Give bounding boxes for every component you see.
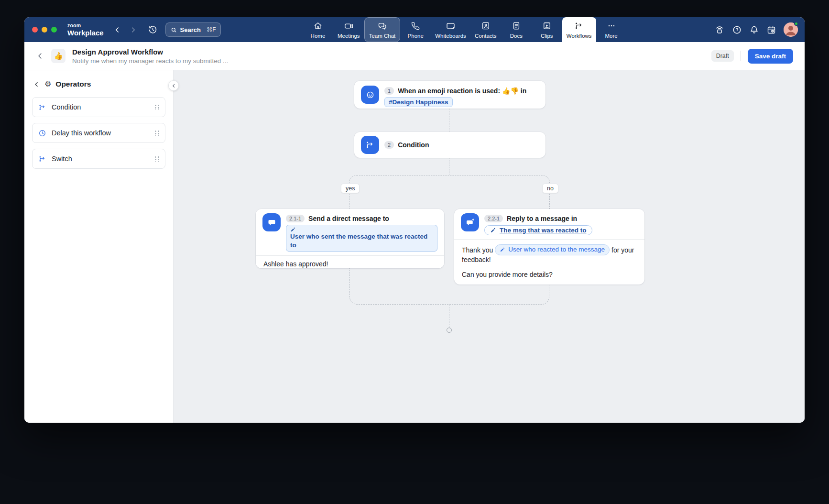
status-badge: Draft (711, 50, 734, 62)
clock-icon (38, 129, 46, 137)
workflow-title-block: Design Approval Workflow Notify me when … (72, 48, 228, 65)
tab-team-chat[interactable]: Team Chat (364, 17, 401, 42)
channel-chip[interactable]: #Design Happiness (384, 97, 453, 107)
gear-icon: ⚙ (44, 80, 51, 88)
tab-more[interactable]: More (596, 17, 627, 42)
step-badge: 2 (384, 141, 394, 149)
main-nav-tabs: Home Meetings Team Chat Phone (303, 17, 627, 42)
close-window-button[interactable] (32, 27, 38, 33)
history-icon[interactable] (148, 25, 158, 35)
trigger-title: When an emoji reaction is used: 👍👎 in (398, 87, 526, 95)
avatar[interactable] (784, 22, 798, 37)
collapse-panel-button[interactable] (168, 80, 179, 91)
notifications-icon[interactable] (749, 25, 759, 35)
tab-clips[interactable]: Clips (532, 17, 562, 42)
reply-title: Reply to a message in (507, 215, 577, 222)
presence-dot (794, 22, 798, 26)
send-dm-node[interactable]: 2.1-1 Send a direct message to User who … (256, 209, 444, 268)
search-input[interactable]: Search ⌘F (165, 22, 221, 37)
fullscreen-window-button[interactable] (51, 27, 57, 33)
drag-handle-icon[interactable] (155, 104, 159, 110)
search-shortcut: ⌘F (207, 26, 216, 33)
calendar-icon[interactable] (766, 25, 776, 35)
phone-icon (411, 21, 420, 31)
drag-handle-icon[interactable] (155, 155, 159, 162)
tab-contacts[interactable]: Contacts (470, 17, 501, 42)
operator-switch[interactable]: Switch (32, 149, 165, 169)
workflow-title[interactable]: Design Approval Workflow (72, 48, 228, 56)
branch-merge-connector (349, 268, 449, 305)
workflow-emoji-badge: 👍 (51, 49, 65, 63)
whiteboards-icon (446, 21, 456, 31)
workflow-header: 👍 Design Approval Workflow Notify me whe… (24, 42, 805, 70)
reaction-emojis: 👍👎 (502, 87, 519, 95)
condition-icon (361, 136, 379, 154)
condition-node[interactable]: 2 Condition (354, 132, 545, 158)
reply-node[interactable]: 2.2-1 Reply to a message in The msg that… (454, 209, 644, 285)
reply-question-text: Can you provide more details? (462, 270, 637, 279)
back-icon[interactable] (113, 26, 121, 34)
operator-delay[interactable]: Delay this workflow (32, 123, 165, 143)
docs-icon (512, 21, 521, 31)
branch-label-yes: yes (341, 184, 360, 193)
divider (741, 51, 741, 61)
chat-message-icon (262, 213, 281, 231)
companion-device-icon[interactable] (714, 24, 725, 35)
operators-panel: ⚙ Operators Condition Delay this workflo… (24, 70, 174, 423)
dm-message-text[interactable]: Ashlee has approved! (256, 256, 444, 272)
workflows-icon (574, 21, 584, 31)
panel-title: Operators (55, 80, 91, 88)
tab-meetings[interactable]: Meetings (333, 17, 364, 42)
meetings-icon (344, 21, 354, 31)
branch-split-connector (349, 175, 550, 209)
branch-icon (38, 103, 46, 111)
titlebar: zoom Workplace Search ⌘F (24, 17, 805, 42)
step-badge: 2.1-1 (286, 215, 305, 222)
branch-icon (38, 155, 46, 163)
minimize-window-button[interactable] (42, 27, 47, 33)
save-draft-button[interactable]: Save draft (748, 49, 793, 64)
emoji-reaction-icon (361, 86, 379, 104)
dm-recipient-chip[interactable]: User who sent the message that was react… (286, 225, 437, 252)
zoom-workplace-logo: zoom Workplace (67, 23, 104, 36)
back-to-workflows-icon[interactable] (36, 52, 44, 60)
connector (449, 305, 449, 328)
connector (449, 158, 449, 175)
workflow-endpoint[interactable] (447, 328, 452, 333)
forward-icon[interactable] (129, 26, 137, 34)
clips-icon (542, 21, 552, 31)
workflow-canvas[interactable]: yes no 1 When an emoji reaction is used:… (174, 70, 805, 423)
step-badge: 1 (384, 87, 394, 95)
condition-title: Condition (398, 141, 429, 149)
reply-message-text[interactable]: Thank you User who reacted to the messag… (454, 240, 644, 285)
tab-workflows[interactable]: Workflows (562, 17, 596, 42)
reply-target-chip[interactable]: The msg that was reacted to (484, 225, 592, 235)
branch-label-no: no (542, 184, 558, 193)
team-chat-icon (377, 21, 387, 31)
branch-merge-connector (449, 285, 549, 305)
operator-label: Condition (52, 103, 81, 111)
operator-label: Switch (52, 155, 72, 163)
search-icon (170, 26, 177, 33)
panel-back-icon[interactable] (33, 81, 40, 88)
more-icon (607, 21, 616, 31)
search-label: Search (180, 26, 201, 33)
operator-condition[interactable]: Condition (32, 97, 165, 117)
drag-handle-icon[interactable] (155, 130, 159, 136)
chat-reply-icon (461, 213, 479, 231)
tab-phone[interactable]: Phone (400, 17, 431, 42)
home-icon (313, 21, 323, 31)
tab-home[interactable]: Home (303, 17, 333, 42)
step-badge: 2.2-1 (484, 215, 503, 222)
tab-whiteboards[interactable]: Whiteboards (431, 17, 470, 42)
trigger-node[interactable]: 1 When an emoji reaction is used: 👍👎 in … (354, 81, 545, 109)
workflow-subtitle[interactable]: Notify me when my manager reacts to my s… (72, 57, 228, 65)
tab-docs[interactable]: Docs (501, 17, 532, 42)
help-icon[interactable] (732, 25, 742, 35)
dm-title: Send a direct message to (308, 215, 389, 222)
window-controls (32, 27, 57, 33)
connector (449, 109, 449, 132)
operator-label: Delay this workflow (52, 129, 111, 137)
reply-user-chip[interactable]: User who reacted to the message (495, 244, 610, 255)
app-window: zoom Workplace Search ⌘F (24, 17, 805, 423)
